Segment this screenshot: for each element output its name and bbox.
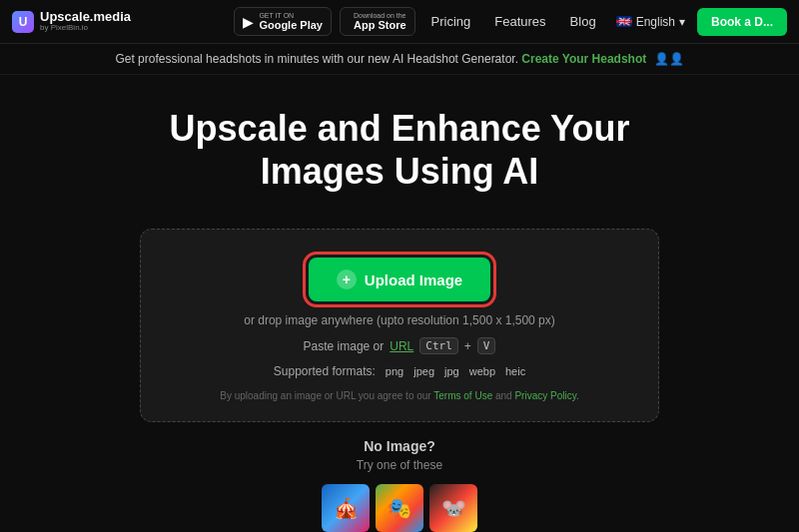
paste-prefix: Paste image or [304, 339, 385, 353]
sample-image-2[interactable] [376, 484, 423, 532]
no-image-title: No Image? [0, 438, 799, 454]
announcement-text: Get professional headshots in minutes wi… [115, 52, 518, 66]
blog-link[interactable]: Blog [562, 14, 604, 29]
hero-title: Upscale and Enhance Your Images Using AI [16, 107, 783, 193]
announcement-bar: Get professional headshots in minutes wi… [0, 44, 799, 75]
terms-and: and [495, 390, 512, 401]
plus-separator: + [464, 339, 471, 353]
book-demo-button[interactable]: Book a D... [697, 8, 787, 36]
upload-plus-icon: + [337, 269, 357, 289]
format-jpeg: jpeg [413, 365, 434, 377]
format-webp: webp [469, 365, 495, 377]
google-play-icon: ▶ [243, 14, 254, 30]
sample-image-1[interactable] [322, 484, 370, 532]
format-jpg: jpg [444, 365, 459, 377]
no-image-subtitle: Try one of these [0, 458, 799, 472]
v-key: V [477, 337, 496, 354]
no-image-section: No Image? Try one of these Join Our Affi… [0, 438, 799, 532]
app-store-label-main: App Store [354, 19, 406, 31]
chevron-down-icon: ▾ [679, 15, 685, 29]
hero-title-line1: Upscale and Enhance Your [170, 108, 630, 149]
logo-main-text: Upscale.media [40, 10, 131, 24]
hero-title-line2: Images Using AI [261, 151, 539, 192]
upload-btn-label: Upload Image [365, 271, 462, 288]
sample-images-row [0, 484, 799, 532]
announcement-emoji: 👤👤 [654, 52, 684, 66]
formats-label: Supported formats: [274, 364, 376, 378]
url-link[interactable]: URL [390, 339, 413, 353]
formats-row: Supported formats: png jpeg jpg webp hei… [161, 364, 638, 378]
privacy-policy-link[interactable]: Privacy Policy. [514, 390, 578, 401]
app-store-label-top: Download on the [354, 12, 406, 20]
sample-image-3[interactable] [429, 484, 477, 532]
google-play-button[interactable]: ▶ GET IT ON Google Play [234, 7, 332, 37]
google-play-label-main: Google Play [259, 19, 323, 31]
upload-card: + Upload Image or drop image anywhere (u… [140, 229, 659, 422]
format-png: png [386, 365, 403, 377]
features-link[interactable]: Features [486, 14, 553, 29]
flag-icon: 🇬🇧 [616, 16, 632, 27]
navbar: U Upscale.media by PixelBin.io ▶ GET IT … [0, 0, 799, 44]
lang-label: English [636, 15, 675, 29]
logo-sub-text: by PixelBin.io [40, 24, 131, 33]
app-store-button[interactable]: Download on the App Store [340, 7, 415, 37]
drop-text: or drop image anywhere (upto resolution … [161, 313, 638, 327]
terms-text: By uploading an image or URL you agree t… [161, 390, 638, 401]
ctrl-key: Ctrl [419, 337, 458, 354]
announcement-cta[interactable]: Create Your Headshot [521, 52, 646, 66]
paste-row: Paste image or URL Ctrl + V [161, 337, 638, 354]
pricing-link[interactable]: Pricing [423, 14, 479, 29]
format-heic: heic [505, 365, 525, 377]
terms-of-use-link[interactable]: Terms of Use [433, 390, 492, 401]
upload-image-button[interactable]: + Upload Image [309, 258, 490, 301]
language-selector[interactable]: 🇬🇧 English ▾ [612, 15, 689, 29]
google-play-label-top: GET IT ON [259, 12, 323, 20]
logo-icon: U [12, 11, 34, 33]
hero-section: Upscale and Enhance Your Images Using AI [0, 75, 799, 213]
terms-prefix: By uploading an image or URL you agree t… [220, 390, 430, 401]
logo[interactable]: U Upscale.media by PixelBin.io [12, 10, 131, 33]
